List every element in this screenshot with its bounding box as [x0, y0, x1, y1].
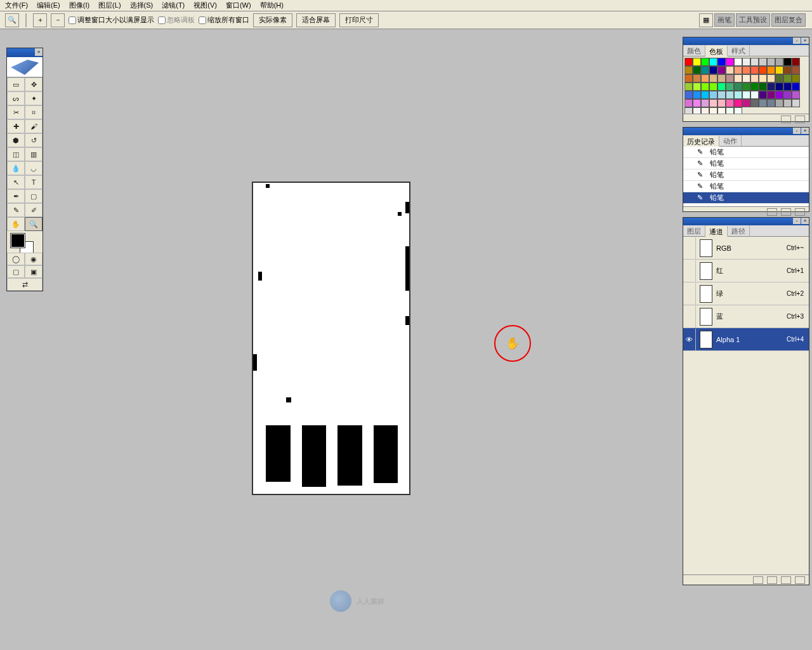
swatch-chip[interactable]	[775, 83, 783, 91]
trash-icon[interactable]	[795, 116, 805, 123]
panel-titlebar[interactable]: -×	[683, 128, 809, 135]
swatch-chip[interactable]	[717, 83, 726, 91]
healing-tool[interactable]: ✚	[7, 119, 25, 133]
swatch-chip[interactable]	[734, 99, 742, 107]
swatch-chip[interactable]	[684, 91, 693, 99]
gradient-tool[interactable]: ▥	[25, 147, 43, 161]
channel-row[interactable]: 👁Alpha 1Ctrl+4	[683, 328, 809, 351]
swatch-chip[interactable]	[759, 83, 767, 91]
swatch-chip[interactable]	[750, 66, 759, 74]
tab-actions[interactable]: 动作	[719, 135, 742, 146]
brush-tool[interactable]: 🖌	[25, 119, 43, 133]
swatch-chip[interactable]	[767, 74, 775, 83]
marquee-tool[interactable]: ▭	[7, 77, 25, 91]
new-swatch-icon[interactable]	[781, 116, 791, 123]
swatch-chip[interactable]	[693, 91, 701, 99]
swatch-chip[interactable]	[726, 91, 734, 99]
swatch-chip[interactable]	[767, 58, 775, 66]
ignore-palettes-check[interactable]: 忽略调板	[158, 15, 195, 25]
menu-layer[interactable]: 图层(L)	[98, 1, 121, 10]
swatch-chip[interactable]	[709, 83, 717, 91]
eyedrop-tool[interactable]: ✐	[25, 203, 43, 217]
swatch-chip[interactable]	[759, 91, 767, 99]
history-list[interactable]: ✎铅笔✎铅笔✎铅笔✎铅笔✎铅笔	[683, 147, 809, 206]
swatch-chip[interactable]	[693, 99, 701, 107]
zoom-in-icon[interactable]: ＋	[33, 13, 47, 27]
well-tool-presets[interactable]: 工具预设	[736, 13, 770, 27]
panel-titlebar[interactable]: -×	[683, 37, 809, 45]
visibility-toggle[interactable]	[683, 283, 696, 305]
visibility-toggle[interactable]: 👁	[683, 329, 696, 350]
menu-image[interactable]: 图像(I)	[69, 1, 89, 10]
close-icon[interactable]: ×	[801, 37, 809, 44]
swatch-chip[interactable]	[709, 66, 717, 74]
swatch-chip[interactable]	[709, 107, 717, 114]
foreground-swatch[interactable]	[11, 234, 25, 248]
minimize-icon[interactable]: -	[793, 218, 801, 224]
swatch-chip[interactable]	[775, 91, 783, 99]
swatch-chip[interactable]	[734, 74, 742, 83]
swatch-chip[interactable]	[750, 99, 759, 107]
history-brush-tool[interactable]: ↺	[25, 133, 43, 147]
trash-icon[interactable]	[795, 208, 805, 216]
swatch-chip[interactable]	[693, 58, 701, 66]
swatch-chip[interactable]	[792, 74, 800, 83]
visibility-toggle[interactable]	[683, 260, 696, 282]
swatch-chip[interactable]	[726, 58, 734, 66]
zoom-tool-icon[interactable]: 🔍	[5, 13, 19, 27]
swatch-chip[interactable]	[684, 74, 693, 83]
swatch-chip[interactable]	[726, 83, 734, 91]
history-row[interactable]: ✎铅笔	[683, 181, 809, 192]
screen-standard[interactable]: ▢	[7, 265, 25, 278]
menu-window[interactable]: 窗口(W)	[226, 1, 251, 10]
swatch-chip[interactable]	[693, 74, 701, 83]
channel-row[interactable]: RGBCtrl+~	[683, 237, 809, 260]
wand-tool[interactable]: ✦	[25, 91, 43, 105]
well-layer-comps[interactable]: 图层复合	[771, 13, 806, 27]
menu-help[interactable]: 帮助(H)	[260, 1, 284, 10]
history-row[interactable]: ✎铅笔	[683, 192, 809, 204]
well-brushes[interactable]: 画笔	[714, 13, 735, 27]
swatch-chip[interactable]	[717, 74, 726, 83]
tab-history[interactable]: 历史记录	[683, 136, 719, 147]
swatch-chip[interactable]	[759, 66, 767, 74]
swatch-chip[interactable]	[759, 58, 767, 66]
panel-titlebar[interactable]: -×	[683, 218, 809, 225]
swatch-chip[interactable]	[783, 99, 792, 107]
tab-style[interactable]: 样式	[728, 45, 750, 56]
menu-filter[interactable]: 滤镜(T)	[162, 1, 185, 10]
pen-tool[interactable]: ✒	[7, 189, 25, 203]
swatch-chip[interactable]	[726, 107, 734, 114]
load-selection-icon[interactable]	[753, 576, 763, 584]
hand-tool[interactable]: ✋	[7, 217, 25, 231]
swatch-grid[interactable]	[683, 56, 809, 114]
swatch-chip[interactable]	[717, 107, 726, 114]
swatch-chip[interactable]	[742, 58, 750, 66]
swatch-chip[interactable]	[783, 74, 792, 83]
swatch-chip[interactable]	[701, 99, 709, 107]
swatch-chip[interactable]	[750, 74, 759, 83]
swatch-chip[interactable]	[775, 74, 783, 83]
history-row[interactable]: ✎铅笔	[683, 147, 809, 158]
tab-layers[interactable]: 图层	[683, 225, 705, 236]
swatch-chip[interactable]	[734, 91, 742, 99]
swatch-chip[interactable]	[783, 58, 792, 66]
swatch-chip[interactable]	[775, 58, 783, 66]
channel-row[interactable]: 红Ctrl+1	[683, 260, 809, 282]
move-tool[interactable]: ✥	[25, 77, 43, 91]
swatch-chip[interactable]	[693, 66, 701, 74]
swatch-chip[interactable]	[726, 74, 734, 83]
new-snapshot-icon[interactable]	[781, 208, 791, 216]
lasso-tool[interactable]: ᔕ	[7, 91, 25, 105]
visibility-toggle[interactable]	[683, 237, 696, 259]
close-icon[interactable]: ×	[35, 48, 43, 56]
swatch-chip[interactable]	[684, 107, 693, 114]
history-row[interactable]: ✎铅笔	[683, 169, 809, 181]
crop-tool[interactable]: ✂	[7, 105, 25, 119]
dodge-tool[interactable]: ◡	[25, 161, 43, 175]
visibility-toggle[interactable]	[683, 306, 696, 328]
notes-tool[interactable]: ✎	[7, 203, 25, 217]
tab-swatch[interactable]: 色板	[705, 46, 728, 56]
stamp-tool[interactable]: ⬢	[7, 133, 25, 147]
minimize-icon[interactable]: -	[793, 37, 801, 44]
